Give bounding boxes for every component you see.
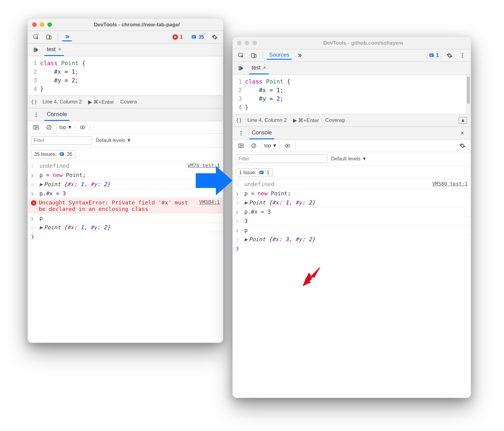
close-tab-icon[interactable]: ×	[263, 65, 266, 71]
filter-input[interactable]: Filter	[31, 136, 92, 145]
svg-point-8	[35, 114, 36, 115]
format-icon[interactable]: { }	[236, 117, 241, 123]
more-tabs-icon[interactable]	[294, 51, 305, 60]
context-selector[interactable]: top ▼	[59, 125, 72, 130]
code-editor[interactable]: 1234 class Point { #x = 1; #y = 2; }	[233, 75, 466, 114]
minimize-icon[interactable]	[40, 22, 44, 27]
live-expression-icon[interactable]	[77, 123, 88, 132]
console-prompt[interactable]: ❯	[233, 244, 471, 253]
svg-rect-18	[60, 154, 62, 155]
issues-chip[interactable]: 1 Issue: 1	[236, 168, 273, 177]
window-title: DevTools - github.com/sofiayem	[260, 40, 466, 46]
filter-input[interactable]: Filter	[236, 155, 328, 163]
tab-sources[interactable]: Sources	[267, 51, 292, 60]
clear-console-icon[interactable]	[44, 123, 54, 132]
svg-rect-28	[239, 66, 240, 70]
svg-point-7	[35, 112, 36, 113]
cursor-position: Line 4, Column 2	[43, 99, 82, 105]
svg-marker-41	[196, 166, 232, 195]
svg-rect-23	[430, 54, 433, 55]
log-levels[interactable]: Default levels ▼	[96, 138, 131, 143]
collapse-icon[interactable]: ▲	[459, 117, 467, 124]
close-icon[interactable]	[237, 41, 242, 45]
log-levels[interactable]: Default levels ▼	[331, 156, 367, 162]
tab-console[interactable]: Console	[249, 127, 274, 139]
svg-point-9	[35, 116, 36, 117]
console-toolbar: top ▼	[233, 140, 471, 152]
minimize-icon[interactable]	[245, 41, 249, 45]
console-body: undefinedVM580 test:1 p = new Point; ▶Po…	[233, 180, 471, 398]
console-row: undefinedVM76 test:1	[28, 161, 223, 171]
code-content: class Point { #x = 1; #y = 2; }	[245, 77, 466, 111]
tab-test[interactable]: test×	[44, 43, 64, 56]
settings-icon[interactable]	[444, 51, 455, 60]
console-row: p.#x = 3	[233, 207, 471, 216]
devtools-window-left: DevTools - chrome://new-tab-page/ ✕1 35 …	[28, 18, 223, 343]
console-row: p	[28, 214, 223, 223]
traffic-lights	[237, 41, 257, 45]
close-icon[interactable]	[32, 22, 37, 27]
drawer-menu-icon[interactable]	[31, 111, 41, 119]
svg-line-13	[47, 126, 50, 129]
console-toolbar: top ▼	[28, 121, 223, 134]
sidebar-toggle-icon[interactable]	[31, 123, 41, 132]
svg-rect-40	[260, 173, 262, 173]
issues-badge[interactable]: 35	[188, 33, 207, 41]
clear-console-icon[interactable]	[249, 141, 259, 150]
maximize-icon[interactable]	[252, 41, 257, 45]
window-title: DevTools - chrome://new-tab-page/	[55, 22, 219, 28]
code-editor[interactable]: 1234 class Point { #x = 1; #y = 2; }	[28, 56, 223, 96]
issues-badge[interactable]: 1	[426, 52, 442, 59]
device-toggle-icon[interactable]	[249, 51, 259, 60]
run-hint[interactable]: ▶ ⌘+Enter	[88, 99, 114, 105]
context-selector[interactable]: top ▼	[264, 143, 277, 148]
settings-icon[interactable]	[209, 33, 220, 41]
resume-icon[interactable]	[236, 64, 246, 73]
svg-rect-22	[429, 54, 434, 57]
titlebar: DevTools - github.com/sofiayem	[233, 37, 471, 49]
annotation-arrow-icon	[196, 162, 232, 199]
svg-rect-6	[34, 48, 35, 52]
svg-rect-17	[60, 153, 63, 154]
svg-point-37	[287, 145, 288, 147]
issues-row: 1 Issue: 1	[233, 166, 471, 180]
close-tab-icon[interactable]: ×	[58, 46, 61, 53]
drawer-menu-icon[interactable]	[236, 129, 246, 137]
coverage-link[interactable]: Covera	[120, 99, 137, 105]
editor-statusbar: { } Line 4, Column 2 ▶ ⌘+Enter Covera	[28, 96, 223, 108]
console-row: ▶Point {#x: 1, #y: 2}	[28, 223, 223, 232]
console-prompt[interactable]: ❯	[28, 232, 223, 241]
error-badge[interactable]: ✕1	[169, 33, 186, 41]
device-toggle-icon[interactable]	[44, 33, 54, 41]
tab-console[interactable]: Console	[44, 108, 69, 121]
console-settings-icon[interactable]	[457, 141, 468, 150]
console-row: ▶Point {#x: 3, #y: 2}	[233, 235, 471, 244]
editor-scrollbar[interactable]	[466, 75, 471, 114]
tab-test[interactable]: test×	[249, 62, 269, 74]
resume-icon[interactable]	[31, 46, 41, 54]
console-body: undefinedVM76 test:1 p = new Point; ▶Poi…	[28, 161, 223, 343]
format-icon[interactable]: { }	[31, 99, 36, 105]
issues-chip[interactable]: 35 Issues: 35	[31, 150, 76, 159]
live-expression-icon[interactable]	[282, 141, 293, 150]
issues-count: 35	[198, 34, 204, 40]
sidebar-toggle-icon[interactable]	[236, 141, 246, 150]
line-gutter: 1234	[28, 59, 40, 93]
svg-point-31	[240, 134, 241, 135]
source-link[interactable]: VM384:1	[199, 199, 220, 205]
maximize-icon[interactable]	[47, 22, 52, 27]
more-menu-icon[interactable]	[457, 51, 468, 60]
more-tabs-icon[interactable]	[62, 33, 72, 41]
inspect-icon[interactable]	[236, 51, 246, 60]
close-drawer-icon[interactable]: ×	[457, 129, 468, 137]
inspect-icon[interactable]	[31, 33, 41, 41]
drawer-tabs: Console ×	[233, 127, 471, 140]
coverage-link[interactable]: Coverag	[325, 117, 345, 123]
source-link[interactable]: VM580 test:1	[432, 181, 468, 187]
run-hint[interactable]: ▶ ⌘+Enter	[293, 117, 319, 124]
code-content: class Point { #x = 1; #y = 2; }	[40, 59, 223, 93]
console-row-error: ✕Uncaught SyntaxError: Private field '#x…	[28, 198, 223, 214]
svg-point-30	[240, 133, 241, 133]
svg-point-25	[462, 53, 463, 54]
console-row: 3	[233, 216, 471, 226]
